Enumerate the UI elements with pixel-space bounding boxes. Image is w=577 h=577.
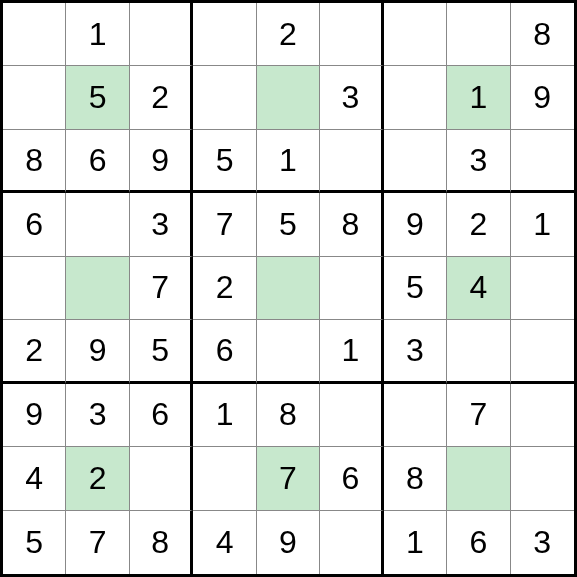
cell-r8-c8[interactable]: 3 (511, 511, 574, 574)
cell-r0-c5[interactable] (320, 3, 383, 66)
cell-r2-c0[interactable]: 8 (3, 130, 66, 193)
cell-r5-c7[interactable] (447, 320, 510, 383)
cell-r6-c1[interactable]: 3 (66, 384, 129, 447)
cell-r5-c5[interactable]: 1 (320, 320, 383, 383)
cell-r3-c2[interactable]: 3 (130, 193, 193, 256)
cell-r2-c4[interactable]: 1 (257, 130, 320, 193)
cell-r0-c0[interactable] (3, 3, 66, 66)
cell-r6-c2[interactable]: 6 (130, 384, 193, 447)
cell-r4-c5[interactable] (320, 257, 383, 320)
cell-r7-c0[interactable]: 4 (3, 447, 66, 510)
cell-r0-c3[interactable] (193, 3, 256, 66)
cell-r2-c1[interactable]: 6 (66, 130, 129, 193)
cell-r7-c2[interactable] (130, 447, 193, 510)
cell-r2-c7[interactable]: 3 (447, 130, 510, 193)
cell-r6-c0[interactable]: 9 (3, 384, 66, 447)
cell-r1-c4[interactable] (257, 66, 320, 129)
cell-r7-c7[interactable] (447, 447, 510, 510)
cell-r8-c2[interactable]: 8 (130, 511, 193, 574)
cell-r8-c0[interactable]: 5 (3, 511, 66, 574)
cell-r0-c4[interactable]: 2 (257, 3, 320, 66)
cell-r7-c4[interactable]: 7 (257, 447, 320, 510)
cell-r2-c8[interactable] (511, 130, 574, 193)
cell-r7-c8[interactable] (511, 447, 574, 510)
cell-r2-c6[interactable] (384, 130, 447, 193)
cell-r6-c8[interactable] (511, 384, 574, 447)
cell-r3-c7[interactable]: 2 (447, 193, 510, 256)
cell-r6-c5[interactable] (320, 384, 383, 447)
cell-r3-c3[interactable]: 7 (193, 193, 256, 256)
cell-r3-c8[interactable]: 1 (511, 193, 574, 256)
cell-r8-c1[interactable]: 7 (66, 511, 129, 574)
cell-r7-c3[interactable] (193, 447, 256, 510)
cell-r1-c8[interactable]: 9 (511, 66, 574, 129)
cell-r4-c1[interactable] (66, 257, 129, 320)
cell-r0-c8[interactable]: 8 (511, 3, 574, 66)
cell-r0-c1[interactable]: 1 (66, 3, 129, 66)
cell-r2-c5[interactable] (320, 130, 383, 193)
cell-r4-c3[interactable]: 2 (193, 257, 256, 320)
cell-r4-c6[interactable]: 5 (384, 257, 447, 320)
cell-r4-c0[interactable] (3, 257, 66, 320)
cell-r7-c6[interactable]: 8 (384, 447, 447, 510)
cell-r1-c6[interactable] (384, 66, 447, 129)
cell-r5-c2[interactable]: 5 (130, 320, 193, 383)
cell-r4-c4[interactable] (257, 257, 320, 320)
cell-r7-c5[interactable]: 6 (320, 447, 383, 510)
cell-r3-c4[interactable]: 5 (257, 193, 320, 256)
cell-r1-c0[interactable] (3, 66, 66, 129)
cell-r1-c5[interactable]: 3 (320, 66, 383, 129)
cell-r8-c5[interactable] (320, 511, 383, 574)
cell-r5-c8[interactable] (511, 320, 574, 383)
cell-r4-c2[interactable]: 7 (130, 257, 193, 320)
cell-r1-c7[interactable]: 1 (447, 66, 510, 129)
cell-r3-c6[interactable]: 9 (384, 193, 447, 256)
cell-r4-c7[interactable]: 4 (447, 257, 510, 320)
cell-r5-c0[interactable]: 2 (3, 320, 66, 383)
cell-r6-c7[interactable]: 7 (447, 384, 510, 447)
cell-r5-c6[interactable]: 3 (384, 320, 447, 383)
cell-r3-c5[interactable]: 8 (320, 193, 383, 256)
cell-r8-c6[interactable]: 1 (384, 511, 447, 574)
cell-r6-c3[interactable]: 1 (193, 384, 256, 447)
cell-r0-c7[interactable] (447, 3, 510, 66)
cell-r3-c0[interactable]: 6 (3, 193, 66, 256)
cell-r6-c4[interactable]: 8 (257, 384, 320, 447)
cell-r8-c3[interactable]: 4 (193, 511, 256, 574)
cell-r5-c3[interactable]: 6 (193, 320, 256, 383)
cell-r8-c4[interactable]: 9 (257, 511, 320, 574)
cell-r6-c6[interactable] (384, 384, 447, 447)
cell-r8-c7[interactable]: 6 (447, 511, 510, 574)
cell-r5-c1[interactable]: 9 (66, 320, 129, 383)
cell-r4-c8[interactable] (511, 257, 574, 320)
cell-r2-c3[interactable]: 5 (193, 130, 256, 193)
cell-r0-c2[interactable] (130, 3, 193, 66)
cell-r3-c1[interactable] (66, 193, 129, 256)
cell-r0-c6[interactable] (384, 3, 447, 66)
cell-r1-c3[interactable] (193, 66, 256, 129)
cell-r2-c2[interactable]: 9 (130, 130, 193, 193)
sudoku-grid: 1 2 8 5 2 3 1 9 8 6 9 5 1 3 6 3 7 5 8 9 … (0, 0, 577, 577)
cell-r1-c2[interactable]: 2 (130, 66, 193, 129)
cell-r1-c1[interactable]: 5 (66, 66, 129, 129)
cell-r5-c4[interactable] (257, 320, 320, 383)
cell-r7-c1[interactable]: 2 (66, 447, 129, 510)
